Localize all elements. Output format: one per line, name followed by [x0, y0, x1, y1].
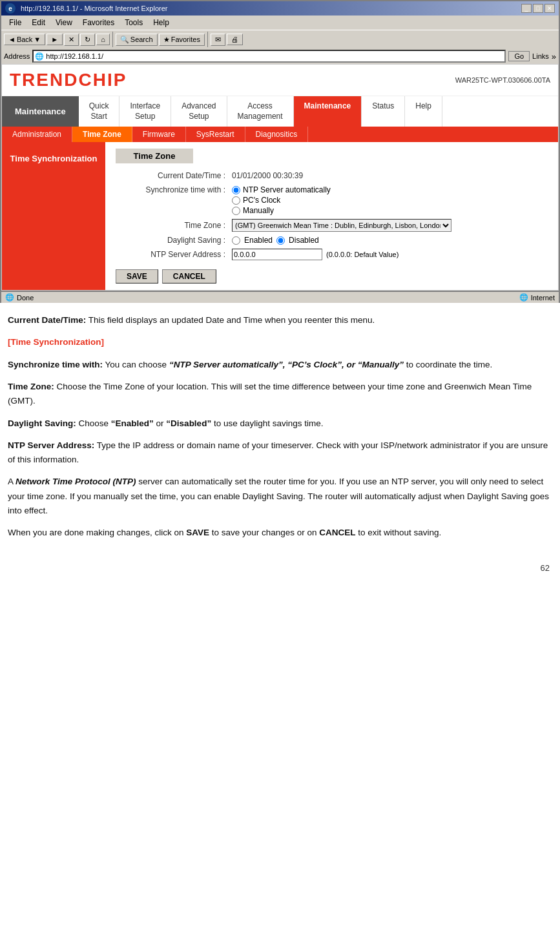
daylight-doc-heading: Daylight Saving:: [8, 418, 76, 428]
ie-icon: e: [5, 3, 16, 14]
nav-bar: Maintenance Quick Start Interface Setup …: [2, 96, 558, 127]
address-input[interactable]: 🌐 http://192.168.1.1/: [32, 50, 506, 63]
go-button[interactable]: Go: [508, 51, 530, 61]
current-datetime-heading: Current Date/Time:: [8, 315, 86, 325]
sync-with-text1: You can choose: [105, 360, 169, 369]
address-value: http://192.168.1.1/: [46, 52, 103, 60]
save-note-para: When you are done making changes, click …: [8, 526, 552, 540]
save-note-text3: to exit without saving.: [356, 528, 442, 537]
toolbar-separator: [112, 32, 113, 47]
back-dropdown-icon[interactable]: ▼: [34, 36, 41, 43]
cancel-note-bold: CANCEL: [319, 528, 355, 537]
sub-nav-diagnositics[interactable]: Diagnositics: [245, 127, 309, 142]
brand-logo: TRENDCHIP: [10, 70, 127, 90]
menu-tools[interactable]: Tools: [119, 17, 148, 28]
daylight-bold1: “Enabled”: [111, 418, 154, 428]
version-text: WAR25TC-WPT.030606.00TA: [455, 76, 550, 84]
print-button[interactable]: 🖨: [227, 34, 243, 45]
search-button[interactable]: 🔍 Search: [116, 34, 158, 46]
save-note-bold: SAVE: [186, 528, 209, 537]
daylight-options: Enabled Disabled: [232, 236, 319, 245]
router-header: TRENDCHIP WAR25TC-WPT.030606.00TA: [2, 65, 558, 96]
mail-button[interactable]: ✉: [211, 34, 225, 46]
menu-view[interactable]: View: [50, 17, 78, 28]
timezone-row: Time Zone : (GMT) Greenwich Mean Time : …: [116, 219, 548, 232]
forward-button[interactable]: ►: [47, 34, 63, 45]
minimize-button[interactable]: _: [521, 4, 532, 13]
sync-options: NTP Server automatically PC's Clock Manu…: [232, 185, 331, 215]
datetime-value: 01/01/2000 00:30:39: [232, 171, 303, 180]
button-row: SAVE CANCEL: [116, 269, 548, 284]
sync-ntp-label: NTP Server automatically: [243, 185, 331, 194]
toolbar: ◄ Back ▼ ► ✕ ↻ ⌂ 🔍 Search ★ Favorites ✉ …: [1, 30, 559, 48]
sync-manual-row: Manually: [232, 206, 331, 215]
sync-pc-radio[interactable]: [232, 196, 240, 205]
address-icon: 🌐: [35, 52, 44, 61]
forward-icon: ►: [51, 36, 58, 43]
main-content: Time Zone Current Date/Time : 01/01/2000…: [105, 142, 558, 290]
content-area: Time Synchronization Time Zone Current D…: [2, 142, 558, 290]
nav-interface-setup[interactable]: Interface Setup: [119, 96, 171, 127]
daylight-bold2: “Disabled”: [166, 418, 211, 428]
save-note-text1: When you are done making changes, click …: [8, 528, 186, 537]
favorites-icon: ★: [163, 36, 170, 44]
save-note-text2: to save your changes or on: [209, 528, 319, 537]
daylight-disabled-radio[interactable]: [276, 236, 285, 245]
daylight-row: Daylight Saving : Enabled Disabled: [116, 236, 548, 245]
ntp-doc-heading: NTP Server Address:: [8, 440, 94, 450]
home-button[interactable]: ⌂: [96, 34, 110, 45]
nav-status[interactable]: Status: [362, 96, 405, 127]
nav-help[interactable]: Help: [405, 96, 442, 127]
refresh-button[interactable]: ↻: [80, 34, 95, 46]
back-button[interactable]: ◄ Back ▼: [4, 34, 45, 45]
daylight-text3: to use daylight savings time.: [211, 418, 323, 428]
nav-access-management[interactable]: Access Management: [227, 96, 294, 127]
links-button[interactable]: Links: [532, 52, 549, 60]
sub-nav-sysrestart[interactable]: SysRestart: [186, 127, 245, 142]
internet-icon: 🌐: [519, 293, 528, 302]
documentation-area: Current Date/Time: This field displays a…: [0, 303, 560, 558]
nav-maintenance[interactable]: Maintenance: [294, 96, 362, 127]
daylight-enabled-radio[interactable]: [232, 236, 240, 245]
nav-quick-start[interactable]: Quick Start: [79, 96, 120, 127]
save-button[interactable]: SAVE: [116, 269, 158, 284]
menu-edit[interactable]: Edit: [26, 17, 50, 28]
daylight-enabled-label: Enabled: [244, 236, 273, 245]
sync-label: Synchronize time with :: [116, 185, 232, 194]
ntp-address-para: NTP Server Address: Type the IP address …: [8, 439, 552, 468]
browser-window: e http://192.168.1.1/ - Microsoft Intern…: [0, 0, 560, 303]
sub-nav: Administration Time Zone Firmware SysRes…: [2, 127, 558, 142]
sub-nav-administration[interactable]: Administration: [2, 127, 72, 142]
sub-nav-timezone[interactable]: Time Zone: [72, 127, 132, 142]
sync-ntp-radio[interactable]: [232, 186, 240, 194]
cancel-button[interactable]: CANCEL: [162, 269, 216, 284]
window-title: http://192.168.1.1/ - Microsoft Internet…: [21, 5, 167, 12]
status-icon: 🌐: [5, 293, 14, 302]
time-sync-heading-para: [Time Synchronization]: [8, 335, 552, 349]
timezone-doc-text: Choose the Time Zone of your location. T…: [8, 382, 532, 406]
ntp-input[interactable]: [232, 249, 322, 260]
sub-nav-firmware[interactable]: Firmware: [132, 127, 186, 142]
close-button[interactable]: ✕: [544, 4, 555, 13]
ntp-label: NTP Server Address :: [116, 250, 232, 259]
menu-bar: File Edit View Favorites Tools Help: [1, 15, 559, 30]
sidebar: Time Synchronization: [2, 142, 105, 290]
daylight-disabled-label: Disabled: [289, 236, 319, 245]
nav-advanced-setup[interactable]: Advanced Setup: [171, 96, 227, 127]
menu-help[interactable]: Help: [148, 17, 174, 28]
timezone-para: Time Zone: Choose the Time Zone of your …: [8, 380, 552, 409]
ntp-row: NTP Server Address : (0.0.0.0: Default V…: [116, 249, 548, 260]
timezone-select[interactable]: (GMT) Greenwich Mean Time : Dublin, Edin…: [232, 219, 451, 232]
sync-ntp-row: NTP Server automatically: [232, 185, 331, 194]
maximize-button[interactable]: □: [533, 4, 543, 13]
sync-with-text2: to coordinate the time.: [404, 360, 492, 369]
time-sync-heading: [Time Synchronization]: [8, 337, 104, 347]
stop-button[interactable]: ✕: [64, 34, 79, 46]
title-bar: e http://192.168.1.1/ - Microsoft Intern…: [1, 1, 559, 15]
toolbar-separator-2: [207, 32, 208, 47]
menu-file[interactable]: File: [4, 17, 26, 28]
sync-manual-radio[interactable]: [232, 207, 240, 215]
current-datetime-para: Current Date/Time: This field displays a…: [8, 313, 552, 327]
menu-favorites[interactable]: Favorites: [78, 17, 119, 28]
favorites-button[interactable]: ★ Favorites: [159, 34, 205, 46]
